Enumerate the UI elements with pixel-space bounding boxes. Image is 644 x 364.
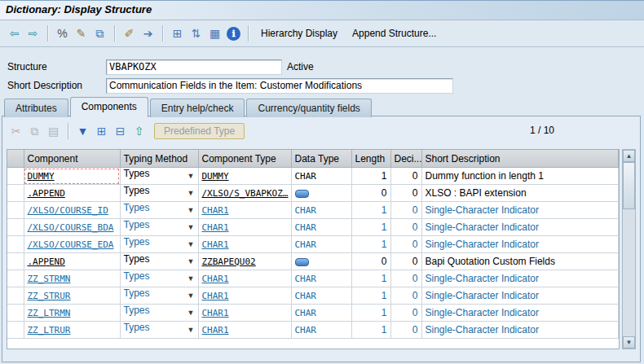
typing-method-value: Types (124, 219, 150, 230)
typing-dropdown-icon[interactable]: ▼ (187, 253, 195, 270)
typing-method-cell: ▼Types (120, 270, 198, 287)
forward-icon[interactable]: ⇨ (24, 25, 42, 42)
column-header[interactable]: Component (24, 150, 120, 168)
length-cell: 1 (351, 270, 390, 287)
info-icon[interactable]: ℹ (227, 27, 240, 41)
component-link[interactable]: ZZ_STRMN (28, 274, 71, 284)
component-type-link[interactable]: CHAR1 (202, 291, 229, 301)
short-description-cell: Single-Character Indicator (421, 270, 619, 287)
short-description-cell: Bapi Quotation Custom Fields (421, 253, 619, 270)
column-header[interactable]: Short Description (421, 150, 619, 168)
copy-rows-icon[interactable]: ⧉ (26, 123, 43, 140)
typing-dropdown-icon[interactable]: ▼ (187, 287, 195, 304)
decimals-cell: 0 (390, 253, 421, 270)
component-type-link[interactable]: DUMMY (202, 171, 229, 182)
append-structure-icon (295, 258, 309, 266)
hierarchy-icon[interactable]: ⊞ (169, 25, 186, 42)
component-type-link[interactable]: /XLSO/S_VBAPKOZ… (202, 188, 289, 199)
typing-dropdown-icon[interactable]: ▼ (187, 322, 195, 338)
decimals-cell: 0 (390, 287, 421, 305)
decimals-cell: 0 (390, 168, 421, 185)
column-header[interactable]: Length (351, 150, 390, 168)
where-used-icon[interactable]: % (54, 25, 71, 42)
typing-dropdown-icon[interactable]: ▼ (187, 185, 195, 201)
component-link[interactable]: ZZ_LTRMN (28, 308, 71, 318)
typing-dropdown-icon[interactable]: ▼ (187, 305, 195, 321)
delete-row-icon[interactable]: ⊟ (112, 123, 129, 140)
typing-dropdown-icon[interactable]: ▼ (187, 168, 195, 184)
component-link[interactable]: .APPEND (28, 188, 65, 199)
cut-icon[interactable]: ✂ (7, 123, 24, 140)
typing-dropdown-icon[interactable]: ▼ (187, 270, 195, 287)
column-header[interactable]: Typing Method (120, 150, 198, 168)
short-description-field[interactable] (106, 78, 453, 94)
component-type-link[interactable]: CHAR1 (202, 205, 229, 216)
predefined-type-button[interactable]: Predefined Type (154, 123, 245, 139)
back-icon[interactable]: ⇦ (6, 25, 23, 42)
filter-icon[interactable]: ▼ (74, 123, 91, 140)
scroll-up-icon[interactable]: ▲ (623, 150, 635, 162)
main-toolbar: ⇦⇨%✎⧉✐➔⊞⇅▦ℹ Hierarchy DisplayAppend Stru… (0, 20, 644, 47)
component-link[interactable]: ZZ_LTRUR (28, 325, 71, 335)
tab-attributes[interactable]: Attributes (4, 99, 68, 117)
pencil-icon[interactable]: ✐ (121, 25, 138, 42)
tab-currency-quantity-fields[interactable]: Currency/quantity fields (246, 99, 371, 117)
vertical-scrollbar[interactable]: ▲ ▼ (622, 149, 636, 349)
row-select-cell[interactable] (7, 270, 24, 287)
length-cell: 0 (351, 253, 390, 270)
length-cell: 0 (351, 185, 390, 202)
component-link[interactable]: DUMMY (28, 171, 55, 182)
component-type-link[interactable]: ZZBAPEQU02 (202, 257, 256, 267)
component-type-link[interactable]: CHAR1 (202, 239, 229, 250)
row-select-cell[interactable] (7, 322, 24, 339)
component-type-link[interactable]: CHAR1 (202, 274, 229, 284)
length-cell: 1 (351, 168, 390, 185)
component-link[interactable]: ZZ_STRUR (28, 291, 71, 301)
typing-dropdown-icon[interactable]: ▼ (187, 236, 195, 252)
display-change-icon[interactable]: ✎ (73, 25, 90, 42)
row-select-cell[interactable] (7, 287, 24, 305)
transport-icon[interactable]: ➔ (139, 25, 157, 42)
component-type-link[interactable]: CHAR1 (202, 222, 229, 233)
component-link[interactable]: .APPEND (28, 257, 65, 267)
insert-row-icon[interactable]: ⊞ (93, 123, 110, 140)
component-type-link[interactable]: CHAR1 (202, 325, 229, 335)
data-type-cell: CHAR (291, 270, 351, 287)
decimals-cell: 0 (390, 185, 421, 202)
copy-icon[interactable]: ⧉ (91, 25, 108, 42)
column-header[interactable]: Component Type (198, 150, 291, 168)
component-type-cell: DUMMY (198, 168, 291, 185)
row-select-cell[interactable] (7, 236, 24, 253)
scroll-thumb[interactable] (623, 162, 635, 209)
paste-icon[interactable]: ▤ (45, 123, 62, 140)
typing-method-cell: ▼Types (120, 219, 198, 236)
toolbar-separator (114, 25, 115, 42)
row-select-cell[interactable] (7, 219, 24, 236)
append-structure-button[interactable]: Append Structure... (352, 28, 436, 39)
hierarchy-display-button[interactable]: Hierarchy Display (261, 28, 337, 39)
row-select-cell[interactable] (7, 253, 24, 270)
typing-dropdown-icon[interactable]: ▼ (187, 219, 195, 235)
column-header[interactable]: Deci... (390, 150, 421, 168)
grid-icon[interactable]: ▦ (206, 25, 223, 42)
scroll-down-icon[interactable]: ▼ (623, 336, 635, 349)
components-table-wrapper: ComponentTyping MethodComponent TypeData… (7, 149, 620, 349)
tab-components[interactable]: Components (70, 97, 148, 117)
sort-icon[interactable]: ⇅ (187, 25, 205, 42)
move-up-icon[interactable]: ⇧ (130, 123, 148, 140)
row-select-cell[interactable] (7, 202, 24, 219)
length-cell: 1 (351, 322, 390, 339)
select-all-header[interactable] (7, 150, 24, 168)
row-select-cell[interactable] (7, 185, 24, 202)
component-link[interactable]: /XLSO/COURSE_BDA (28, 222, 114, 233)
data-type-cell: CHAR (291, 287, 351, 305)
typing-dropdown-icon[interactable]: ▼ (187, 202, 195, 218)
column-header[interactable]: Data Type (291, 150, 351, 168)
component-link[interactable]: /XLSO/COURSE_EDA (28, 239, 114, 250)
structure-field[interactable] (106, 59, 282, 75)
component-link[interactable]: /XLSO/COURSE_ID (28, 205, 108, 216)
row-select-cell[interactable] (7, 305, 24, 322)
row-select-cell[interactable] (7, 168, 24, 185)
component-type-link[interactable]: CHAR1 (202, 308, 229, 318)
tab-entry-help-check[interactable]: Entry help/check (150, 99, 245, 117)
